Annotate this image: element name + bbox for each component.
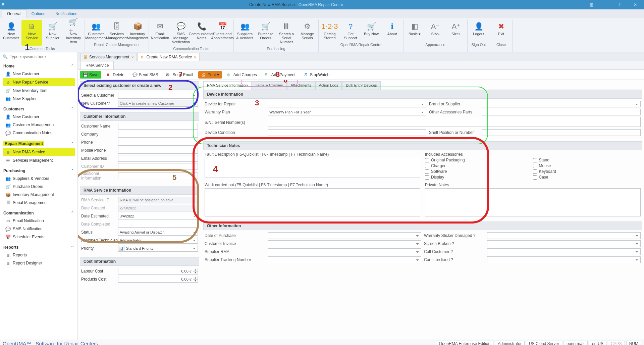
nav-communication-notes[interactable]: 💬Communication Notes xyxy=(0,129,77,137)
labour-cost-input[interactable] xyxy=(118,268,193,275)
doctab-services-management[interactable]: 🗄Services Management✕ xyxy=(80,53,137,61)
nav-services-management[interactable]: ☰Services Management xyxy=(0,156,77,164)
nav-header-repair-management[interactable]: Repair Management⌃ xyxy=(0,140,77,148)
tb-delete[interactable]: ✖Delete xyxy=(103,71,127,79)
close-tab-icon[interactable]: ✕ xyxy=(131,55,134,59)
ribbon-new-customer[interactable]: 👤New Customer xyxy=(1,20,21,46)
nav-customer-management[interactable]: 👥Customer Management xyxy=(0,121,77,129)
nav-suppliers-&-vendors[interactable]: 👥Suppliers & Vendors xyxy=(0,175,77,183)
ck-display[interactable]: Display xyxy=(425,175,533,180)
fault-textarea[interactable] xyxy=(205,158,420,178)
ck-stand[interactable]: Stand xyxy=(533,158,641,162)
date-completed-input[interactable] xyxy=(118,221,198,228)
nav-reports[interactable]: 🗎Reports xyxy=(0,251,77,259)
ribbon-getting-started[interactable]: 1·2·3Getting Started xyxy=(319,20,340,42)
add-customer-icon[interactable]: ⊕ xyxy=(192,100,198,107)
nav-new-inventory-item[interactable]: 🛒New Inventory Item xyxy=(0,87,77,95)
products-cost-input[interactable] xyxy=(118,276,193,283)
rtab-items-charges[interactable]: Items & Charges xyxy=(252,81,287,90)
ribbon-purchase-orders[interactable]: 🛒Purchase Orders xyxy=(255,20,276,46)
date-estimated-select[interactable]: 3/4/2022 xyxy=(118,213,198,219)
brand-select[interactable] xyxy=(482,101,641,107)
ribbon-size-minus[interactable]: A⁻Size- xyxy=(425,20,446,42)
nav-serial-management[interactable]: 𝄃𝄃𝄃Serial Management xyxy=(0,199,77,207)
nav-sms-notification[interactable]: 💬SMS Notification xyxy=(0,225,77,233)
company-input[interactable] xyxy=(118,131,198,138)
ribbon-services-management[interactable]: 🗄Services Management xyxy=(106,20,127,42)
maximize-button[interactable]: ☐ xyxy=(613,0,628,9)
close-tab-icon[interactable]: ✕ xyxy=(194,55,197,59)
condition-input[interactable] xyxy=(268,129,426,136)
products-spinner[interactable]: ▲▼ xyxy=(193,276,198,283)
ribbon-size-plus[interactable]: A⁺Size+ xyxy=(446,20,467,42)
menu-tab-options[interactable]: Options xyxy=(26,9,50,18)
ribbon-events-appointments[interactable]: 📅Events and Appointments xyxy=(212,20,233,46)
ribbon-inventory-management[interactable]: 📦Inventory Management xyxy=(127,20,148,42)
ck-software[interactable]: Software xyxy=(425,169,533,174)
additional-information-input[interactable] xyxy=(118,172,198,179)
nav-header-customers[interactable]: Customers⌃ xyxy=(0,105,77,113)
customer-id-input[interactable] xyxy=(118,163,198,170)
mobile-phone-input[interactable] xyxy=(118,147,198,154)
ribbon-new-supplier[interactable]: 🛒New Supplier xyxy=(42,20,63,46)
device-select[interactable] xyxy=(268,101,426,107)
nav-new-customer[interactable]: 👤New Customer xyxy=(0,113,77,121)
can-it-be-fixed--select[interactable] xyxy=(487,256,641,263)
tb-send-sms[interactable]: 💬Send SMS xyxy=(129,71,161,79)
ribbon-logout[interactable]: 👤Logout xyxy=(468,20,489,42)
priority-select[interactable]: Standard Priority xyxy=(124,245,198,252)
ribbon-new-service[interactable]: 🗎New Service xyxy=(21,20,42,46)
ribbon-sms-message[interactable]: 💬SMS Message Notification xyxy=(170,20,191,46)
menu-tab-general[interactable]: General xyxy=(2,9,26,18)
side-search[interactable]: 🔍 xyxy=(0,52,77,61)
ribbon-suppliers-vendors[interactable]: 👥Suppliers & Vendors xyxy=(234,20,255,46)
date-of-purchase-select[interactable] xyxy=(268,232,421,239)
close-button[interactable]: ✕ xyxy=(628,0,643,9)
tb-print[interactable]: 🖨Print ▾ xyxy=(198,71,222,79)
ck-original-packaging[interactable]: Original Packaging xyxy=(425,158,533,162)
ribbon-email-notification[interactable]: ✉Email Notification xyxy=(150,20,170,46)
email-address-input[interactable] xyxy=(118,155,198,162)
ribbon-customer-management[interactable]: 👥Customer Management xyxy=(86,20,106,42)
shelf-input[interactable] xyxy=(482,129,641,136)
tb-save[interactable]: 💾Save xyxy=(80,71,101,79)
ck-mouse[interactable]: Mouse xyxy=(533,163,641,168)
window-help-icon[interactable]: ▥ xyxy=(584,0,598,9)
nav-purchase-orders[interactable]: 🛒Purchase Orders xyxy=(0,183,77,191)
work-textarea[interactable] xyxy=(205,188,420,216)
nav-header-communication[interactable]: Communication⌃ xyxy=(0,209,77,217)
ck-case[interactable]: Case xyxy=(533,175,641,180)
supplier-rma-select[interactable] xyxy=(268,248,421,255)
warranty-sticker-damaged--select[interactable] xyxy=(487,232,641,239)
ribbon-buy-now[interactable]: 🛒Buy Now xyxy=(361,20,382,42)
ribbon-about[interactable]: ℹAbout xyxy=(382,20,402,42)
tb-add-charges[interactable]: ⊕Add Charges xyxy=(224,71,260,79)
customer-invoice-select[interactable] xyxy=(268,240,421,247)
nav-header-reports[interactable]: Reports⌃ xyxy=(0,244,77,251)
private-textarea[interactable] xyxy=(425,188,641,216)
status-select[interactable]: Awaiting Arrival or Dispatch xyxy=(118,229,198,236)
ribbon-search-serial[interactable]: 𝄃𝄃𝄃Search a Serial Number xyxy=(276,20,297,46)
ribbon-basic-theme[interactable]: ◧Basic ▾ xyxy=(404,20,425,42)
rtab-rma-service-information[interactable]: RMA Service Information xyxy=(203,81,252,90)
nav-new-supplier[interactable]: 👥New Supplier xyxy=(0,95,77,103)
new-customer-input[interactable] xyxy=(118,100,192,107)
tb-stopwatch[interactable]: ⏱StopWatch xyxy=(301,71,332,79)
ribbon-get-support[interactable]: ?Get Support xyxy=(340,20,361,42)
nav-header-purchasing[interactable]: Purchasing⌃ xyxy=(0,167,77,175)
nav-new-rma-service[interactable]: 🗎New RMA Service xyxy=(3,148,75,156)
rtab-bulk-entry-devices[interactable]: Bulk Entry Devices xyxy=(342,81,380,90)
ck-charger[interactable]: Charger xyxy=(425,163,533,168)
rtab-action-logs[interactable]: Action Logs xyxy=(315,81,342,90)
ribbon-communication-notes[interactable]: 📞Communication Notes xyxy=(191,20,212,46)
nav-new-repair-service[interactable]: 🗎New Repair Service xyxy=(3,78,75,86)
menu-tab-notifications[interactable]: Notifications xyxy=(50,9,82,18)
supplier-tracking-number-select[interactable] xyxy=(268,256,421,263)
nav-inventory-management[interactable]: 📦Inventory Management xyxy=(0,191,77,199)
nav-new-customer[interactable]: 👤New Customer xyxy=(0,70,77,78)
ribbon-new-inventory-item[interactable]: 🛒+New Inventory Item xyxy=(63,20,84,46)
ribbon-manage-serials[interactable]: ⚙Manage Serials xyxy=(297,20,318,46)
ck-keyboard[interactable]: Keyboard xyxy=(533,169,641,174)
screen-broken--select[interactable] xyxy=(487,240,641,247)
nav-header-home[interactable]: Home⌃ xyxy=(0,62,77,70)
